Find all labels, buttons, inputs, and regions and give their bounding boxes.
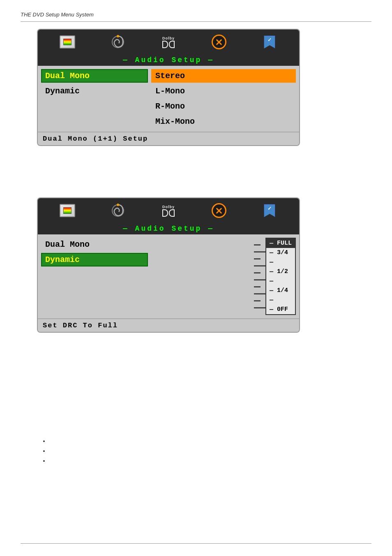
drc-bar-row-6 xyxy=(254,279,265,280)
dolby-icon-2[interactable]: Dolby xyxy=(159,202,178,220)
menu-item-mixmono[interactable]: Mix-Mono xyxy=(151,115,296,128)
drc-option-spacer2: — xyxy=(266,276,295,286)
menu-left-2: Dual Mono Dynamic xyxy=(41,238,148,266)
nav-bar-1: Dolby xyxy=(38,30,299,54)
drc-bar-l2 xyxy=(254,265,265,266)
swirl-icon-2[interactable] xyxy=(109,202,127,220)
menu-item-lmono[interactable]: L-Mono xyxy=(151,84,296,98)
drc-bar-row-10 xyxy=(254,307,265,308)
drc-option-spacer1: — xyxy=(266,257,295,267)
film-icon[interactable] xyxy=(58,33,76,51)
page-header: THE DVD Setup Menu System xyxy=(21,12,94,18)
status-bar-1: Dual Mono (1+1) Setup xyxy=(38,132,299,145)
drc-option-off[interactable]: — 0FF xyxy=(266,305,295,314)
drc-bar-l5 xyxy=(254,307,265,308)
drc-bar-l3 xyxy=(254,279,265,280)
dolby-shape xyxy=(162,41,175,48)
drc-option-1-4[interactable]: — 1/4 xyxy=(266,286,295,295)
menu-item-stereo[interactable]: Stereo xyxy=(151,69,296,83)
drc-bar-l4 xyxy=(254,293,265,294)
bottom-divider xyxy=(21,543,371,544)
drc-bar-row-4 xyxy=(254,265,265,266)
swirl-icon[interactable] xyxy=(109,33,127,51)
nav-bar-2: Dolby xyxy=(38,198,299,223)
dolby-d1-2 xyxy=(162,209,168,217)
drc-bar-s3 xyxy=(254,272,261,273)
menu-right-1: Stereo L-Mono R-Mono Mix-Mono xyxy=(148,69,296,128)
panel-2: Dolby — Audio Setup — Dual Mono Dynamic xyxy=(37,197,300,333)
drc-bar-row-7 xyxy=(254,286,265,287)
swirl-svg xyxy=(111,35,125,49)
film-icon-2[interactable] xyxy=(58,202,76,220)
drc-option-1-2[interactable]: — 1/2 xyxy=(266,267,295,276)
drc-options-list: — FULL — 3/4 — — 1/2 — — 1/4 — — 0FF xyxy=(265,238,296,315)
dolby-icon[interactable]: Dolby xyxy=(159,33,178,51)
bookmark-icon[interactable] xyxy=(261,33,279,51)
svg-point-1 xyxy=(117,35,119,37)
menu-content-1: Dual Mono Dynamic Stereo L-Mono R-Mono M… xyxy=(38,66,299,132)
dolby-inner-2: Dolby xyxy=(162,205,175,217)
dolby-inner: Dolby xyxy=(162,36,175,48)
drc-bar-row-5 xyxy=(254,272,265,273)
section-title-2: — Audio Setup — xyxy=(38,223,299,234)
bookmark-icon-2[interactable] xyxy=(261,202,279,220)
dolby-d1 xyxy=(162,41,168,48)
drc-selector: — FULL — 3/4 — — 1/2 — — 1/4 — — 0FF xyxy=(254,238,296,315)
dolby-text-2: Dolby xyxy=(162,205,175,209)
menu-content-2: Dual Mono Dynamic xyxy=(38,234,299,318)
drc-option-3-4[interactable]: — 3/4 xyxy=(266,248,295,257)
film-icon-inner xyxy=(60,35,75,49)
xcircle-icon-2[interactable] xyxy=(210,202,228,220)
drc-bar-s4 xyxy=(254,286,261,287)
menu-item-rmono[interactable]: R-Mono xyxy=(151,100,296,113)
drc-option-spacer3: — xyxy=(266,295,295,305)
header-divider xyxy=(21,21,371,22)
film-icon-inner-2 xyxy=(60,204,75,217)
drc-bar-l1 xyxy=(254,251,265,253)
xcircle-inner xyxy=(212,35,226,49)
xcircle-icon[interactable] xyxy=(210,33,228,51)
bookmark-shape-2 xyxy=(264,204,275,217)
drc-bar-row-9 xyxy=(254,300,265,301)
drc-bar-s5 xyxy=(254,300,261,301)
menu-left-1: Dual Mono Dynamic xyxy=(41,69,148,128)
bullet-list xyxy=(41,436,49,466)
menu-item-dynamic[interactable]: Dynamic xyxy=(41,84,148,98)
drc-bar-row-1 xyxy=(254,244,265,246)
section-title-1: — Audio Setup — xyxy=(38,54,299,66)
menu-item-dual-mono-2[interactable]: Dual Mono xyxy=(41,238,148,251)
drc-bar-s1 xyxy=(254,244,261,246)
status-bar-2: Set DRC To Full xyxy=(38,318,299,332)
swirl-svg-2 xyxy=(111,203,125,218)
dolby-shape-2 xyxy=(162,209,175,217)
menu-item-dual-mono[interactable]: Dual Mono xyxy=(41,69,148,83)
drc-bar-row-3 xyxy=(254,258,265,259)
xcircle-inner-2 xyxy=(212,203,226,218)
dolby-d2-2 xyxy=(169,209,175,217)
drc-option-full[interactable]: — FULL xyxy=(266,239,295,248)
drc-bar-s2 xyxy=(254,258,261,259)
bookmark-shape xyxy=(264,35,275,49)
dolby-text: Dolby xyxy=(162,36,175,40)
dolby-d2 xyxy=(169,41,175,48)
menu-item-dynamic-2[interactable]: Dynamic xyxy=(41,253,148,266)
panel-1: Dolby — Audio Setup — Dual Mono Dynamic … xyxy=(37,29,300,146)
drc-bar-row-8 xyxy=(254,293,265,294)
svg-point-3 xyxy=(117,204,119,206)
drc-bar-row-2 xyxy=(254,251,265,253)
drc-left-bars xyxy=(254,238,265,315)
